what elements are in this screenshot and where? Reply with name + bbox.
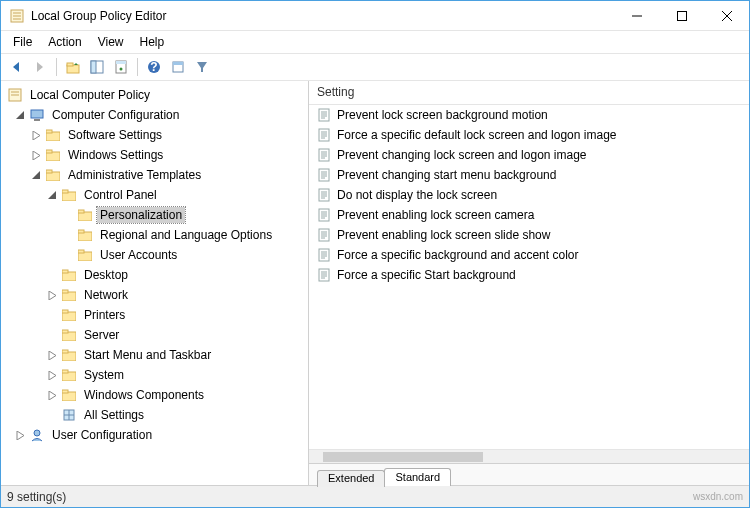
tree-windows-components[interactable]: Windows Components [1, 385, 308, 405]
svg-rect-81 [319, 209, 329, 221]
statusbar: 9 setting(s) wsxdn.com [1, 485, 749, 507]
tree-regional[interactable]: Regional and Language Options [1, 225, 308, 245]
tree-label: Start Menu and Taskbar [81, 347, 214, 363]
svg-rect-31 [62, 190, 68, 193]
list-row[interactable]: Force a specific background and accent c… [309, 245, 749, 265]
collapse-icon[interactable] [45, 188, 59, 202]
tree-user-config[interactable]: User Configuration [1, 425, 308, 445]
all-settings-icon [61, 407, 77, 423]
tree-label: Desktop [81, 267, 131, 283]
tree-server[interactable]: Server [1, 325, 308, 345]
maximize-button[interactable] [659, 1, 704, 30]
expand-icon[interactable] [45, 388, 59, 402]
menu-view[interactable]: View [90, 33, 132, 51]
tree-control-panel[interactable]: Control Panel [1, 185, 308, 205]
tree-personalization[interactable]: Personalization [1, 205, 308, 225]
svg-rect-13 [116, 61, 126, 64]
tree-admin-templates[interactable]: Administrative Templates [1, 165, 308, 185]
policy-icon [317, 248, 331, 262]
tree-label: Software Settings [65, 127, 165, 143]
menu-action[interactable]: Action [40, 33, 89, 51]
menubar: File Action View Help [1, 31, 749, 53]
list-row[interactable]: Prevent enabling lock screen slide showN… [309, 225, 749, 245]
tree-user-accounts[interactable]: User Accounts [1, 245, 308, 265]
expand-icon[interactable] [45, 368, 59, 382]
cell-setting: Prevent enabling lock screen camera [309, 208, 749, 222]
folder-icon [61, 267, 77, 283]
tree-root[interactable]: Local Computer Policy [1, 85, 308, 105]
settings-list-scroll[interactable]: Setting State Prevent lock screen backgr… [309, 81, 749, 449]
list-row[interactable]: Do not display the lock screenNot config… [309, 185, 749, 205]
minimize-button[interactable] [614, 1, 659, 30]
show-hide-tree-button[interactable] [86, 56, 108, 78]
tree-label: Regional and Language Options [97, 227, 275, 243]
list-row[interactable]: Prevent changing lock screen and logon i… [309, 145, 749, 165]
svg-rect-37 [78, 250, 84, 253]
svg-rect-96 [319, 269, 329, 281]
tab-standard[interactable]: Standard [384, 468, 451, 486]
tree-all-settings[interactable]: All Settings [1, 405, 308, 425]
expand-icon[interactable] [13, 428, 27, 442]
svg-rect-43 [62, 310, 68, 313]
svg-rect-18 [173, 62, 183, 65]
filter-button[interactable] [191, 56, 213, 78]
view-tabs: Extended Standard [309, 463, 749, 485]
setting-name: Do not display the lock screen [337, 188, 497, 202]
tree-start-menu[interactable]: Start Menu and Taskbar [1, 345, 308, 365]
list-row[interactable]: Force a specific Start backgroundNot con… [309, 265, 749, 285]
list-row[interactable]: Prevent changing start menu backgroundNo… [309, 165, 749, 185]
back-button[interactable] [5, 56, 27, 78]
tree-printers[interactable]: Printers [1, 305, 308, 325]
close-button[interactable] [704, 1, 749, 30]
svg-rect-61 [319, 129, 329, 141]
tree-windows-settings[interactable]: Windows Settings [1, 145, 308, 165]
setting-name: Prevent enabling lock screen camera [337, 208, 534, 222]
tree-pane[interactable]: Local Computer Policy Computer Configura… [1, 81, 309, 485]
window-title: Local Group Policy Editor [31, 9, 614, 23]
svg-rect-9 [67, 63, 73, 66]
tree-label: Server [81, 327, 122, 343]
tab-extended[interactable]: Extended [317, 470, 385, 487]
tree-system[interactable]: System [1, 365, 308, 385]
collapse-icon[interactable] [29, 168, 43, 182]
svg-rect-47 [62, 350, 68, 353]
column-header-setting[interactable]: Setting [309, 81, 749, 104]
list-row[interactable]: Force a specific default lock screen and… [309, 125, 749, 145]
policy-icon [317, 208, 331, 222]
svg-rect-29 [46, 170, 52, 173]
policy-icon [317, 108, 331, 122]
tree-software-settings[interactable]: Software Settings [1, 125, 308, 145]
properties-button[interactable] [110, 56, 132, 78]
cell-setting: Force a specific Start background [309, 268, 749, 282]
titlebar: Local Group Policy Editor [1, 1, 749, 31]
computer-icon [29, 107, 45, 123]
tree-desktop[interactable]: Desktop [1, 265, 308, 285]
expand-icon[interactable] [45, 348, 59, 362]
folder-icon [77, 227, 93, 243]
svg-rect-91 [319, 249, 329, 261]
menu-help[interactable]: Help [132, 33, 173, 51]
menu-file[interactable]: File [5, 33, 40, 51]
scroll-thumb[interactable] [323, 452, 483, 462]
tree-computer-config[interactable]: Computer Configuration [1, 105, 308, 125]
svg-rect-76 [319, 189, 329, 201]
list-row[interactable]: Prevent lock screen background motionNot… [309, 105, 749, 125]
cell-setting: Force a specific default lock screen and… [309, 128, 749, 142]
export-button[interactable] [167, 56, 189, 78]
collapse-icon[interactable] [13, 108, 27, 122]
list-row[interactable]: Prevent enabling lock screen cameraNot c… [309, 205, 749, 225]
expand-icon[interactable] [29, 148, 43, 162]
tree-network[interactable]: Network [1, 285, 308, 305]
setting-name: Force a specific default lock screen and… [337, 128, 617, 142]
expand-icon[interactable] [45, 288, 59, 302]
folder-open-icon [77, 207, 93, 223]
forward-button[interactable] [29, 56, 51, 78]
expand-icon[interactable] [29, 128, 43, 142]
up-button[interactable] [62, 56, 84, 78]
svg-rect-49 [62, 370, 68, 373]
policy-root-icon [7, 87, 23, 103]
policy-icon [317, 168, 331, 182]
horizontal-scrollbar[interactable] [309, 449, 749, 463]
tree-label: Printers [81, 307, 128, 323]
help-button[interactable]: ? [143, 56, 165, 78]
